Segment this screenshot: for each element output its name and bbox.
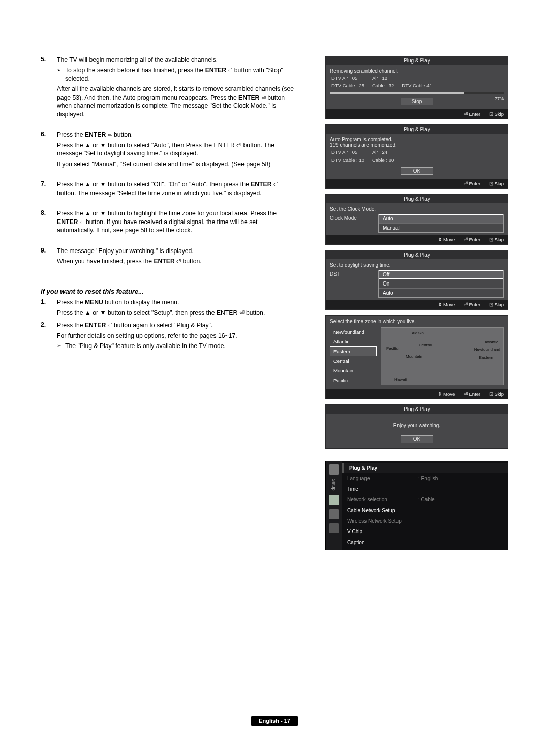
osd-screenshots: Plug & Play Removing scrambled channel. …: [325, 56, 508, 550]
reset-heading: If you want to reset this feature...: [41, 288, 295, 295]
enter-icon: ⏎: [261, 94, 266, 102]
progress-percent: 77%: [495, 96, 504, 101]
menu-item-language[interactable]: Language: [347, 476, 418, 481]
option-auto[interactable]: Auto: [379, 289, 503, 297]
tz-newfoundland[interactable]: Newfoundland: [330, 327, 377, 337]
timezone-map: Alaska Pacific Central Atlantic Mountain…: [381, 327, 504, 385]
osd-message: Set to daylight saving time.: [330, 262, 504, 268]
setup-body: Plug & Play Language: English Time Netwo…: [342, 461, 508, 550]
ok-button[interactable]: OK: [401, 167, 433, 175]
hint-move: ⇕ Move: [438, 237, 455, 242]
step-body: The TV will begin memorizing all of the …: [57, 56, 295, 120]
osd-scan-progress: Plug & Play Removing scrambled channel. …: [325, 56, 508, 119]
text: button. If you have received a digital s…: [57, 218, 257, 234]
bold-text: MENU: [85, 299, 103, 306]
hint-skip: ⊡ Skip: [489, 237, 504, 242]
hint-enter: ⏎ Enter: [464, 181, 480, 186]
menu-item-caption[interactable]: Caption: [347, 540, 418, 545]
map-label: Mountain: [406, 354, 422, 359]
hint-skip: ⊡ Skip: [489, 302, 504, 307]
text: button to display the menu.: [103, 299, 179, 306]
bold-text: ENTER: [251, 181, 271, 188]
text: If you select "Manual", "Set current dat…: [57, 160, 295, 168]
step-body: Press the ▲ or ▼ button to select "Off",…: [57, 180, 295, 199]
text: For further details on setting up option…: [57, 332, 295, 340]
setup-tab-label: Setup: [331, 479, 337, 491]
gear-icon[interactable]: [329, 495, 339, 505]
option-off[interactable]: Off: [379, 270, 503, 279]
timezone-list: Newfoundland Atlantic Eastern Central Mo…: [330, 327, 377, 385]
step-body: Press the ENTER ⏎ button. Press the ▲ or…: [57, 131, 295, 170]
step-number: 1.: [41, 298, 57, 319]
hint-enter: ⏎ Enter: [464, 111, 480, 117]
map-label: Central: [419, 343, 432, 348]
map-label: Eastern: [479, 355, 493, 360]
osd-title: Plug & Play: [326, 195, 508, 203]
text: The message "Enjoy your watching." is di…: [57, 247, 295, 255]
map-label: Pacific: [386, 346, 399, 351]
field-label: Clock Mode: [330, 214, 378, 221]
count-cell: Air : 12: [372, 75, 400, 81]
count-cell: DTV Air : 05: [331, 149, 371, 155]
tz-eastern[interactable]: Eastern: [330, 346, 377, 356]
menu-item-network-selection[interactable]: Network selection: [347, 497, 418, 502]
osd-autoprogram-complete: Plug & Play Auto Program is completed. 1…: [325, 124, 508, 189]
stop-button[interactable]: Stop: [401, 98, 433, 105]
count-cell: Cable : 32: [372, 82, 400, 89]
option-manual[interactable]: Manual: [379, 224, 503, 232]
step-number: 2.: [41, 321, 57, 352]
text: Press the ▲ or ▼ button to highlight the…: [57, 210, 277, 217]
field-label: DST: [330, 270, 378, 277]
input-icon[interactable]: [329, 509, 339, 519]
count-cell: DTV Cable : 25: [331, 82, 371, 89]
menu-item-plug-and-play[interactable]: Plug & Play: [342, 463, 508, 473]
osd-title: Plug & Play: [326, 125, 508, 134]
application-icon[interactable]: [329, 523, 339, 533]
osd-message: Set the Clock Mode.: [330, 206, 504, 212]
picture-icon[interactable]: [329, 464, 339, 475]
option-on[interactable]: On: [379, 279, 503, 289]
text: Press the: [57, 131, 85, 138]
menu-item-vchip[interactable]: V-Chip: [347, 529, 418, 534]
osd-message: Enjoy your watching.: [326, 414, 508, 432]
text: The TV will begin memorizing all of the …: [57, 56, 218, 64]
tz-central[interactable]: Central: [330, 356, 377, 366]
step-body: The message "Enjoy your watching." is di…: [57, 247, 295, 268]
tz-mountain[interactable]: Mountain: [330, 366, 377, 375]
map-label: Alaska: [412, 331, 424, 335]
tz-pacific[interactable]: Pacific: [330, 375, 377, 385]
osd-message: Removing scrambled channel.: [330, 68, 504, 74]
text: Press the: [57, 322, 85, 329]
menu-item-time[interactable]: Time: [347, 486, 418, 492]
bold-text: ENTER: [205, 67, 226, 74]
text: Press the ▲ or ▼ button to select "Auto"…: [57, 141, 295, 158]
text: Press the: [57, 299, 85, 306]
ok-button[interactable]: OK: [401, 435, 433, 443]
bold-text: ENTER: [85, 131, 106, 138]
map-label: Hawaii: [394, 377, 407, 382]
reset-section: If you want to reset this feature... 1. …: [41, 288, 295, 352]
menu-value: : English: [418, 476, 503, 481]
menu-item-cable-network[interactable]: Cable Network Setup: [347, 508, 418, 513]
map-label: Newfoundland: [474, 347, 500, 352]
page-footer: English - 17: [0, 716, 549, 726]
bold-text: ENTER: [238, 94, 259, 101]
enter-icon: ⏎: [108, 322, 112, 329]
tz-atlantic[interactable]: Atlantic: [330, 337, 377, 346]
enter-icon: ⏎: [108, 131, 112, 139]
hint-skip: ⊡ Skip: [489, 111, 504, 117]
menu-item-wireless-network[interactable]: Wireless Network Setup: [347, 518, 418, 524]
step-number: 9.: [41, 247, 57, 268]
osd-line: 119 channels are memorized.: [330, 142, 504, 148]
step-body: Press the ENTER ⏎ button again to select…: [57, 321, 295, 352]
bold-text: ENTER: [154, 258, 174, 265]
instruction-steps: 5. The TV will begin memorizing all of t…: [41, 56, 295, 355]
setup-sidebar: Setup: [326, 461, 342, 550]
osd-title: Plug & Play: [326, 250, 508, 259]
option-list: Off On Auto: [378, 270, 504, 298]
menu-value: : Cable: [418, 497, 503, 502]
text: button.: [112, 131, 133, 138]
osd-title: Plug & Play: [326, 56, 508, 65]
option-auto[interactable]: Auto: [379, 214, 503, 224]
osd-dst: Plug & Play Set to daylight saving time.…: [325, 250, 508, 310]
